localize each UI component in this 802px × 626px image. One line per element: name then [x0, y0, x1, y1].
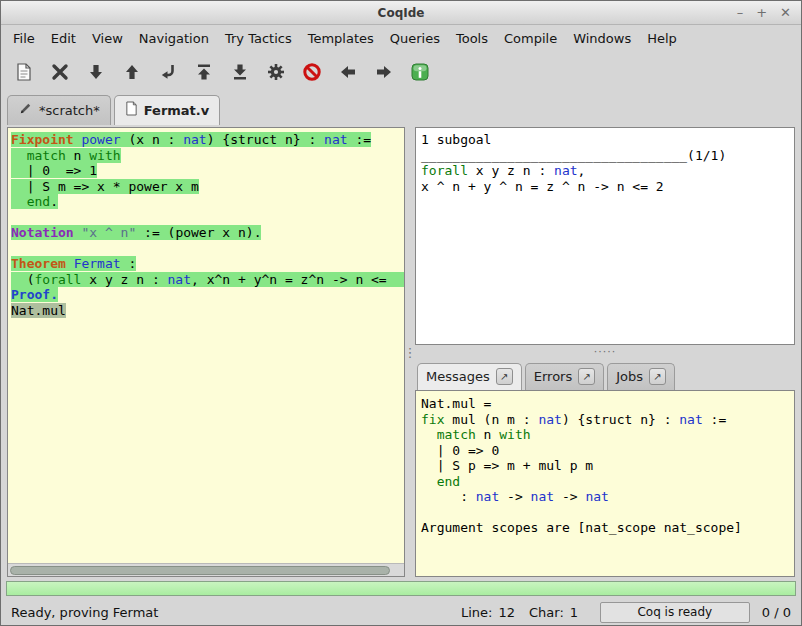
menu-queries[interactable]: Queries [382, 27, 448, 50]
pencil-icon [18, 101, 33, 119]
toolbar [1, 52, 801, 92]
backward-step-button[interactable] [119, 60, 144, 85]
detach-arrow-icon: ↗ [500, 371, 508, 382]
menu-try-tactics[interactable]: Try Tactics [217, 27, 300, 50]
go-to-cursor-button[interactable] [155, 60, 180, 85]
menu-tools[interactable]: Tools [448, 27, 496, 50]
code-line: | 0 => 0 [421, 443, 794, 459]
coq-status-box: Coq is ready [600, 602, 750, 623]
code-line: 1 subgoal [421, 132, 794, 148]
code-line: fix mul (n m : nat) {struct n} : nat := [421, 412, 794, 428]
titlebar[interactable]: CoqIde – + ✕ [1, 1, 801, 25]
tab-label: Fermat.v [144, 103, 210, 118]
tab-label: Jobs [616, 369, 643, 384]
goals-panel[interactable]: 1 subgoal_______________________________… [415, 127, 795, 345]
coqide-window: CoqIde – + ✕ File Edit View Navigation T… [0, 0, 802, 626]
detach-arrow-icon: ↗ [653, 371, 661, 382]
code-line: Fixpoint power (x n : nat) {struct n} : … [11, 132, 404, 148]
close-buffer-button[interactable] [47, 60, 72, 85]
menu-view[interactable]: View [84, 27, 131, 50]
tab-jobs[interactable]: Jobs ↗ [607, 363, 675, 390]
horizontal-scrollbar[interactable] [8, 563, 404, 576]
script-editor-panel: Fixpoint power (x n : nat) {struct n} : … [7, 127, 405, 577]
minimize-button[interactable]: – [737, 6, 744, 19]
code-line: end. [11, 194, 404, 210]
detach-messages-button[interactable]: ↗ [496, 368, 513, 385]
close-x-icon [49, 61, 71, 83]
new-file-button[interactable] [11, 60, 36, 85]
document-tabbar: *scratch* Fermat.v [1, 92, 801, 125]
code-line: (forall x y z n : nat, x^n + y^n = z^n -… [11, 272, 404, 288]
status-text: Ready, proving Fermat [11, 605, 158, 620]
char-number: 1 [570, 605, 584, 620]
code-line: | 0 => 1 [11, 163, 404, 179]
code-line: Nat.mul [11, 303, 404, 319]
tab-fermat[interactable]: Fermat.v [114, 95, 221, 125]
code-line: __________________________________(1/1) [421, 148, 794, 164]
interrupt-icon [301, 61, 323, 83]
code-line: Proof. [11, 287, 404, 303]
vertical-splitter[interactable]: ⋮ [405, 127, 415, 577]
close-button[interactable]: ✕ [780, 6, 791, 19]
line-label: Line: [461, 605, 492, 620]
window-controls: – + ✕ [737, 1, 791, 24]
messages-panel[interactable]: Nat.mul =fix mul (n m : nat) {struct n} … [415, 390, 795, 577]
menubar: File Edit View Navigation Try Tactics Te… [1, 25, 801, 52]
detach-errors-button[interactable]: ↗ [578, 368, 595, 385]
back-arrow-icon [337, 61, 359, 83]
progress-bar [6, 581, 796, 596]
forward-button[interactable] [371, 60, 396, 85]
go-to-start-icon [193, 61, 215, 83]
up-arrow-icon [121, 61, 143, 83]
down-arrow-icon [85, 61, 107, 83]
code-line: | S p => m + mul p m [421, 458, 794, 474]
new-file-icon [13, 61, 35, 83]
statusbar-right: Line: 12 Char: 1 Coq is ready 0 / 0 [461, 602, 791, 623]
tab-errors[interactable]: Errors ↗ [525, 363, 604, 390]
char-label: Char: [529, 605, 564, 620]
file-icon [125, 101, 138, 119]
message-tabbar: Messages ↗ Errors ↗ Jobs ↗ [415, 358, 795, 390]
scrollbar-thumb[interactable] [10, 566, 390, 575]
menu-windows[interactable]: Windows [565, 27, 639, 50]
forward-step-button[interactable] [83, 60, 108, 85]
code-line: Notation "x ^ n" := (power x n). [11, 225, 404, 241]
tab-label: Errors [534, 369, 572, 384]
go-to-start-button[interactable] [191, 60, 216, 85]
code-line [11, 241, 404, 257]
menu-navigation[interactable]: Navigation [131, 27, 217, 50]
go-to-end-icon [229, 61, 251, 83]
line-number: 12 [498, 605, 515, 620]
detach-jobs-button[interactable]: ↗ [649, 368, 666, 385]
menu-edit[interactable]: Edit [43, 27, 84, 50]
splitter-handle: ····· [594, 345, 616, 358]
interrupt-button[interactable] [299, 60, 324, 85]
code-line [421, 505, 794, 521]
gear-icon [265, 61, 287, 83]
statusbar: Ready, proving Fermat Line: 12 Char: 1 C… [1, 599, 801, 625]
settings-button[interactable] [263, 60, 288, 85]
code-line: match n with [11, 148, 404, 164]
back-button[interactable] [335, 60, 360, 85]
tab-messages[interactable]: Messages ↗ [417, 363, 522, 390]
code-line: end [421, 474, 794, 490]
script-buffer[interactable]: Fixpoint power (x n : nat) {struct n} : … [8, 128, 404, 563]
code-line [11, 210, 404, 226]
code-line: | S m => x * power x m [11, 179, 404, 195]
menu-file[interactable]: File [5, 27, 43, 50]
window-title: CoqIde [378, 6, 425, 20]
go-to-end-button[interactable] [227, 60, 252, 85]
horizontal-splitter[interactable]: ····· [415, 345, 795, 358]
code-line: : nat -> nat -> nat [421, 489, 794, 505]
about-button[interactable] [407, 60, 432, 85]
maximize-button[interactable]: + [756, 6, 767, 19]
code-line: Theorem Fermat : [11, 256, 404, 272]
progress-fill [7, 582, 795, 595]
menu-compile[interactable]: Compile [496, 27, 565, 50]
main-area: Fixpoint power (x n : nat) {struct n} : … [1, 125, 801, 577]
code-line: x ^ n + y ^ n = z ^ n -> n <= 2 [421, 179, 794, 195]
tab-scratch[interactable]: *scratch* [7, 95, 111, 125]
menu-help[interactable]: Help [639, 27, 685, 50]
menu-templates[interactable]: Templates [300, 27, 382, 50]
code-line: Argument scopes are [nat_scope nat_scope… [421, 520, 794, 536]
